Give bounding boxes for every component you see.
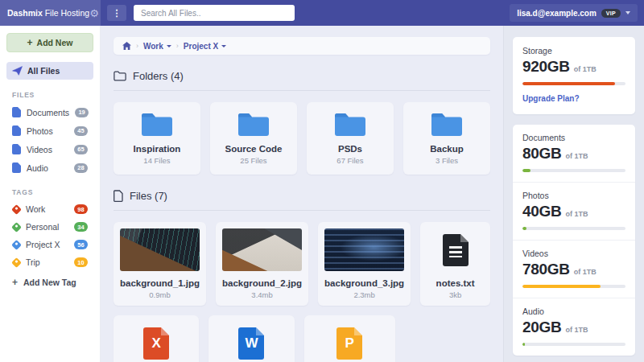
body-row: + Add New All Files FILES Documents 19 P… <box>0 26 644 362</box>
folder-meta: 3 Files <box>436 156 458 165</box>
vip-badge: VIP <box>601 9 621 18</box>
folder-card-backup[interactable]: Backup 3 Files <box>403 102 490 175</box>
toolbar: ⋮ lisa.d@example.com VIP <box>101 0 644 26</box>
gear-icon[interactable]: ⚙ <box>89 8 99 19</box>
breadcrumb-label: Work <box>143 42 163 51</box>
user-email: lisa.d@example.com <box>517 9 597 18</box>
sidebar-tag-personal[interactable]: Personal 34 <box>6 218 93 236</box>
tag-icon <box>11 204 22 215</box>
sidebar-tag-project-x[interactable]: Project X 56 <box>6 236 93 253</box>
progress-fill <box>522 82 615 85</box>
usage-suffix: of 1TB <box>574 268 597 276</box>
sidebar-item-audio[interactable]: Audio 28 <box>6 158 93 177</box>
user-menu-button[interactable]: lisa.d@example.com VIP <box>510 4 638 22</box>
file-card-presentation-pptx[interactable]: P Presentation.pptx <box>304 315 395 362</box>
sidebar-item-documents[interactable]: Documents 19 <box>6 103 93 121</box>
document-icon <box>12 162 21 173</box>
folder-card-source-code[interactable]: Source Code 25 Files <box>210 102 297 175</box>
count-badge: 10 <box>74 257 88 267</box>
folder-card-psds[interactable]: PSDs 67 Files <box>307 102 394 175</box>
breadcrumb-item-work[interactable]: Work <box>143 42 171 51</box>
files-section-heading: Files (7) <box>114 190 490 202</box>
app-window: Dashmix File Hosting ⚙ ⋮ lisa.d@example.… <box>0 0 644 362</box>
file-size: 3.4mb <box>251 290 272 299</box>
file-outline-icon <box>114 190 123 202</box>
top-header: Dashmix File Hosting ⚙ ⋮ lisa.d@example.… <box>0 0 644 26</box>
file-thumbnail <box>222 228 302 271</box>
breadcrumb-separator: › <box>176 42 179 50</box>
file-thumbnail <box>324 228 404 271</box>
tags-section-heading: TAGS <box>6 188 93 196</box>
folder-name: Source Code <box>225 144 283 154</box>
folder-card-inspiration[interactable]: Inspiration 14 Files <box>114 102 200 175</box>
sidebar-item-all-files[interactable]: All Files <box>6 62 93 80</box>
add-new-button[interactable]: + Add New <box>6 33 93 52</box>
add-new-tag-button[interactable]: + Add New Tag <box>6 271 93 294</box>
folder-meta: 14 Files <box>143 156 170 165</box>
progress-fill <box>522 169 530 172</box>
folder-name: PSDs <box>338 144 362 154</box>
progress-track <box>522 169 625 172</box>
folder-name: Backup <box>430 144 464 154</box>
pptx-file-icon: P <box>336 327 362 360</box>
file-size: 3kb <box>449 290 461 299</box>
sidebar-item-videos[interactable]: Videos 65 <box>6 140 93 158</box>
storage-title: Storage <box>522 46 625 56</box>
files-section-heading: FILES <box>6 91 93 99</box>
count-badge: 19 <box>75 108 89 117</box>
progress-track <box>522 343 625 346</box>
usage-suffix: of 1TB <box>565 210 588 218</box>
thumb-zone: P <box>311 322 389 362</box>
usage-value: 20GB <box>522 319 561 336</box>
folder-icon <box>237 112 270 137</box>
file-card-background-1[interactable]: background_1.jpg 0.9mb <box>114 222 206 306</box>
folder-outline-icon <box>114 71 126 81</box>
section-divider <box>114 210 490 211</box>
file-card-accounting-xlsx[interactable]: X Accounting.xlsx <box>114 315 199 362</box>
count-badge: 98 <box>74 204 88 214</box>
usage-row-videos: Videos 780GBof 1TB <box>513 241 635 298</box>
file-letter: X <box>151 335 160 352</box>
section-divider <box>114 90 490 91</box>
file-card-report-docx[interactable]: W Report.docx <box>208 315 294 362</box>
usage-row-audio: Audio 20GBof 1TB <box>513 298 635 356</box>
main-content: › Work › Project X Folders (4) <box>101 26 503 362</box>
storage-stat: 920GB of 1TB <box>522 58 625 76</box>
files-grid-row2: X Accounting.xlsx W Report.docx P Presen… <box>114 315 490 362</box>
sidebar-tag-trip[interactable]: Trip 10 <box>6 253 93 271</box>
sidebar-item-photos[interactable]: Photos 45 <box>6 121 93 140</box>
progress-track <box>522 82 625 85</box>
file-thumbnail <box>120 228 200 271</box>
sidebar-item-label: Audio <box>27 163 48 173</box>
progress-track <box>522 285 625 288</box>
document-icon <box>12 144 21 154</box>
file-name: background_3.jpg <box>324 278 404 288</box>
file-card-notes-txt[interactable]: notes.txt 3kb <box>420 222 490 306</box>
menu-dots-button[interactable]: ⋮ <box>107 5 126 21</box>
upgrade-plan-link[interactable]: Upgrade Plan? <box>522 94 580 103</box>
usage-label: Documents <box>522 133 625 142</box>
file-name: background_1.jpg <box>120 278 200 288</box>
breadcrumb: › Work › Project X <box>114 37 490 55</box>
folder-icon <box>140 112 174 137</box>
file-card-background-2[interactable]: background_2.jpg 3.4mb <box>216 222 308 306</box>
thumb-zone: X <box>120 322 192 362</box>
tag-label: Personal <box>26 222 59 232</box>
usage-value: 40GB <box>522 203 561 220</box>
breadcrumb-item-project-x[interactable]: Project X <box>184 42 226 51</box>
folder-meta: 25 Files <box>240 156 266 165</box>
tag-label: Work <box>26 204 45 214</box>
home-icon[interactable] <box>122 42 131 50</box>
chevron-down-icon <box>221 45 226 47</box>
progress-fill <box>522 227 526 230</box>
usage-label: Audio <box>522 306 625 316</box>
storage-card: Storage 920GB of 1TB Upgrade Plan? <box>513 37 635 114</box>
storage-value: 920GB <box>522 58 570 76</box>
sidebar-tag-work[interactable]: Work 98 <box>6 200 93 218</box>
add-tag-label: Add New Tag <box>23 278 76 287</box>
usage-label: Photos <box>522 191 625 200</box>
usage-value: 780GB <box>522 261 570 278</box>
file-card-background-3[interactable]: background_3.jpg 2.3mb <box>318 222 411 306</box>
search-input[interactable] <box>134 5 295 21</box>
app-title-rest: File Hosting <box>43 8 89 18</box>
